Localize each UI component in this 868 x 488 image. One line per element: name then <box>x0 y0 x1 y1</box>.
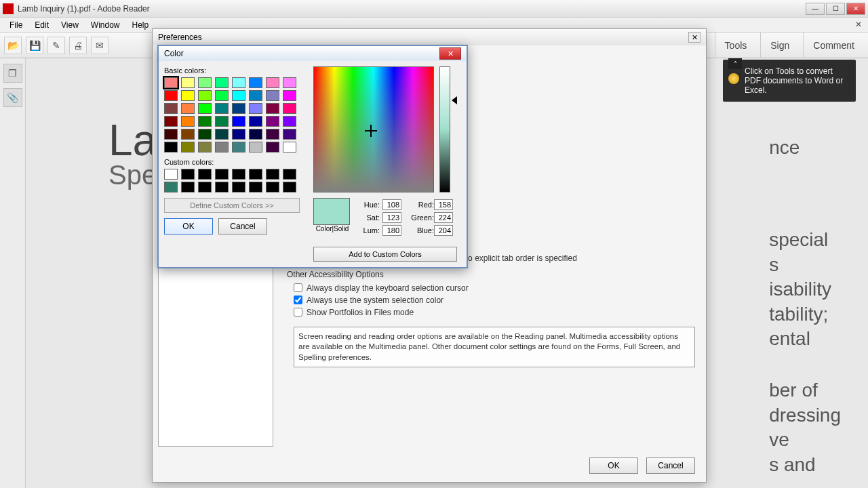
basic-color-swatch[interactable] <box>215 90 229 101</box>
custom-color-swatch[interactable] <box>249 182 262 192</box>
basic-color-swatch[interactable] <box>232 116 245 127</box>
basic-color-swatch[interactable] <box>164 77 178 88</box>
basic-color-swatch[interactable] <box>198 103 212 114</box>
define-custom-colors-button[interactable]: Define Custom Colors >> <box>164 198 300 213</box>
lum-input[interactable] <box>382 225 401 236</box>
print-icon[interactable]: 🖨 <box>69 37 87 54</box>
custom-color-swatch[interactable] <box>215 169 229 180</box>
tooltip-chevron-icon[interactable]: ˄ <box>728 58 742 69</box>
basic-color-swatch[interactable] <box>215 77 229 88</box>
basic-color-swatch[interactable] <box>198 116 212 127</box>
close-button[interactable]: ✕ <box>846 3 865 15</box>
custom-color-swatch[interactable] <box>266 182 279 192</box>
basic-color-swatch[interactable] <box>283 116 296 127</box>
basic-color-swatch[interactable] <box>215 103 229 114</box>
basic-color-swatch[interactable] <box>232 90 245 101</box>
open-icon[interactable]: 📂 <box>4 37 22 54</box>
basic-color-swatch[interactable] <box>266 103 279 114</box>
basic-color-swatch[interactable] <box>181 116 195 127</box>
color-gradient-picker[interactable] <box>313 66 434 192</box>
basic-color-swatch[interactable] <box>249 142 262 152</box>
basic-color-swatch[interactable] <box>198 90 212 101</box>
custom-color-swatch[interactable] <box>232 169 245 180</box>
custom-color-swatch[interactable] <box>283 182 296 192</box>
custom-color-swatch[interactable] <box>215 182 229 192</box>
menu-window[interactable]: Window <box>85 19 125 31</box>
basic-color-swatch[interactable] <box>249 77 262 88</box>
custom-color-swatch[interactable] <box>249 169 262 180</box>
basic-color-swatch[interactable] <box>266 142 279 152</box>
menu-file[interactable]: File <box>4 19 28 31</box>
basic-color-swatch[interactable] <box>249 116 262 127</box>
document-close-icon[interactable]: ✕ <box>853 19 864 30</box>
custom-color-swatch[interactable] <box>164 169 178 180</box>
save-icon[interactable]: 💾 <box>26 37 43 54</box>
green-input[interactable] <box>434 212 453 223</box>
thumbnails-icon[interactable]: ❐ <box>3 64 22 83</box>
color-cancel-button[interactable]: Cancel <box>218 218 267 235</box>
custom-color-swatch[interactable] <box>232 182 245 192</box>
basic-color-swatch[interactable] <box>164 103 178 114</box>
basic-color-swatch[interactable] <box>215 116 229 127</box>
custom-color-swatch[interactable] <box>198 182 212 192</box>
basic-color-swatch[interactable] <box>249 129 262 140</box>
basic-color-swatch[interactable] <box>198 129 212 140</box>
color-ok-button[interactable]: OK <box>164 218 213 235</box>
basic-color-swatch[interactable] <box>232 142 245 152</box>
basic-color-swatch[interactable] <box>232 77 245 88</box>
luminance-arrow-icon[interactable] <box>452 96 457 104</box>
basic-color-swatch[interactable] <box>198 142 212 152</box>
minimize-button[interactable]: — <box>806 3 825 15</box>
basic-color-swatch[interactable] <box>249 103 262 114</box>
basic-color-swatch[interactable] <box>164 129 178 140</box>
basic-color-swatch[interactable] <box>232 103 245 114</box>
basic-color-swatch[interactable] <box>283 129 296 140</box>
basic-color-swatch[interactable] <box>215 129 229 140</box>
basic-color-swatch[interactable] <box>164 142 178 152</box>
basic-color-swatch[interactable] <box>283 103 296 114</box>
mail-icon[interactable]: ✉ <box>91 37 108 54</box>
basic-color-swatch[interactable] <box>266 116 279 127</box>
menu-view[interactable]: View <box>56 19 84 31</box>
basic-color-swatch[interactable] <box>181 103 195 114</box>
hue-input[interactable] <box>382 199 401 210</box>
preferences-ok-button[interactable]: OK <box>589 458 638 474</box>
tab-comment[interactable]: Comment <box>803 33 864 58</box>
custom-color-swatch[interactable] <box>181 182 195 192</box>
basic-color-swatch[interactable] <box>232 129 245 140</box>
basic-color-swatch[interactable] <box>181 142 195 152</box>
basic-color-swatch[interactable] <box>181 77 195 88</box>
basic-color-swatch[interactable] <box>181 90 195 101</box>
custom-color-swatch[interactable] <box>164 182 178 192</box>
red-input[interactable] <box>434 199 453 210</box>
basic-color-swatch[interactable] <box>249 90 262 101</box>
basic-color-swatch[interactable] <box>164 116 178 127</box>
keyboard-cursor-checkbox[interactable] <box>294 283 302 292</box>
basic-color-swatch[interactable] <box>266 77 279 88</box>
basic-color-swatch[interactable] <box>198 77 212 88</box>
custom-color-swatch[interactable] <box>283 169 296 180</box>
menu-edit[interactable]: Edit <box>29 19 54 31</box>
blue-input[interactable] <box>434 225 453 236</box>
luminance-slider[interactable] <box>439 66 450 192</box>
add-to-custom-button[interactable]: Add to Custom Colors <box>313 247 457 262</box>
basic-color-swatch[interactable] <box>215 142 229 152</box>
basic-color-swatch[interactable] <box>283 77 296 88</box>
maximize-button[interactable]: ☐ <box>826 3 845 15</box>
menu-help[interactable]: Help <box>127 19 155 31</box>
custom-color-swatch[interactable] <box>266 169 279 180</box>
basic-color-swatch[interactable] <box>181 129 195 140</box>
basic-color-swatch[interactable] <box>266 129 279 140</box>
basic-color-swatch[interactable] <box>164 90 178 101</box>
basic-color-swatch[interactable] <box>283 142 296 152</box>
preferences-close-icon[interactable]: ✕ <box>688 32 701 43</box>
tab-sign[interactable]: Sign <box>760 33 799 58</box>
custom-color-swatch[interactable] <box>181 169 195 180</box>
portfolios-checkbox[interactable] <box>294 308 302 317</box>
custom-color-swatch[interactable] <box>198 169 212 180</box>
attachments-icon[interactable]: 📎 <box>3 88 22 107</box>
basic-color-swatch[interactable] <box>266 90 279 101</box>
tab-tools[interactable]: Tools <box>715 33 757 58</box>
color-dialog-close-icon[interactable]: ✕ <box>439 47 461 60</box>
basic-color-swatch[interactable] <box>283 90 296 101</box>
